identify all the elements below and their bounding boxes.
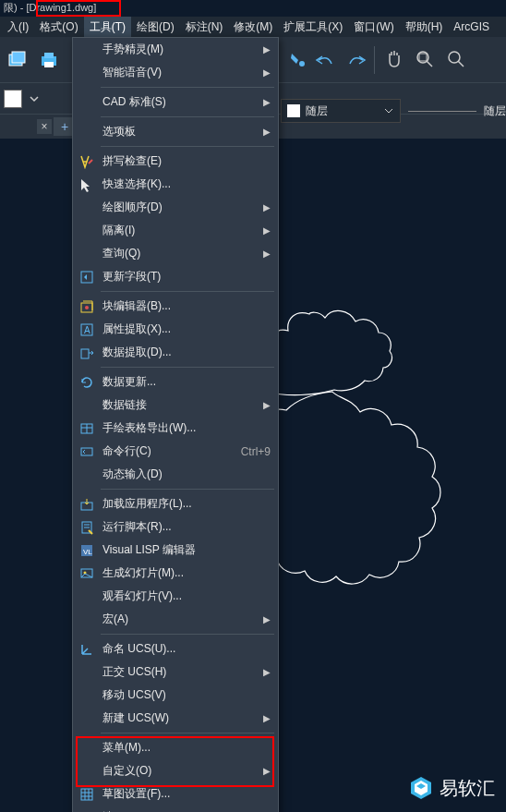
blank-icon bbox=[77, 588, 97, 606]
menu-item[interactable]: 命名 UCS(U)... bbox=[73, 637, 278, 661]
menu-item[interactable]: CAD 标准(S)▶ bbox=[73, 91, 278, 114]
menu-item[interactable]: 标注(N) bbox=[180, 17, 229, 38]
dataext-icon bbox=[77, 344, 97, 362]
menu-item[interactable]: 扩展工具(X) bbox=[278, 17, 348, 38]
view-controls bbox=[280, 37, 506, 83]
menu-separator bbox=[101, 87, 274, 88]
menu-item[interactable]: 帮助(H) bbox=[400, 17, 449, 38]
linetype-label: 随层 bbox=[484, 103, 506, 119]
menu-item[interactable]: 生成幻灯片(M)... bbox=[73, 562, 278, 585]
menu-item-label: CAD 标准(S) bbox=[102, 94, 271, 110]
layer-selector-area: 随层 随层 bbox=[281, 83, 506, 139]
menu-item[interactable]: 运行脚本(R)... bbox=[73, 515, 278, 539]
menu-item[interactable]: 移动 UCS(V) bbox=[73, 684, 278, 707]
menu-item[interactable]: 正交 UCS(H)▶ bbox=[73, 661, 278, 684]
menu-item-label: 智能语音(V) bbox=[102, 65, 271, 80]
zoom-extents-icon[interactable] bbox=[414, 48, 438, 72]
svg-rect-4 bbox=[44, 62, 54, 67]
svg-line-7 bbox=[427, 61, 432, 67]
menu-item-label: 快速选择(K)... bbox=[102, 176, 271, 192]
undo-icon[interactable] bbox=[315, 53, 337, 67]
blank-icon bbox=[77, 663, 97, 682]
menu-item-label: 隔离(I) bbox=[102, 223, 271, 238]
menu-item[interactable]: 绘图顺序(D)▶ bbox=[73, 196, 278, 219]
menu-item[interactable]: 更新字段(T) bbox=[73, 265, 278, 288]
menu-item[interactable]: 智能语音(V)▶ bbox=[73, 61, 278, 84]
refresh-icon bbox=[77, 373, 97, 392]
menu-item[interactable]: 数据链接▶ bbox=[73, 394, 278, 417]
redo-icon[interactable] bbox=[344, 53, 367, 67]
blank-icon bbox=[77, 611, 97, 629]
pan-icon[interactable] bbox=[382, 48, 406, 72]
menu-item[interactable]: 选项板▶ bbox=[73, 120, 278, 143]
menu-item[interactable]: 格式(O) bbox=[34, 17, 83, 38]
menu-item[interactable]: 快速选择(K)... bbox=[73, 173, 278, 196]
blank-icon bbox=[77, 396, 97, 415]
table-icon bbox=[77, 419, 97, 438]
spell-icon bbox=[77, 152, 97, 171]
paint-icon[interactable] bbox=[289, 51, 307, 69]
menu-item-label: 绘图顺序(D) bbox=[102, 200, 271, 215]
zoom-icon[interactable] bbox=[445, 48, 469, 72]
menu-item[interactable]: 命令行(C)Ctrl+9 bbox=[73, 440, 278, 463]
script-icon bbox=[77, 518, 97, 537]
blank-icon bbox=[77, 709, 97, 728]
menu-item-label: 生成幻灯片(M)... bbox=[102, 565, 271, 581]
menu-item-label: 加载应用程序(L)... bbox=[102, 496, 271, 512]
menu-item[interactable]: 数据更新... bbox=[73, 370, 278, 394]
blank-icon bbox=[77, 123, 97, 141]
menu-item-label: 块编辑器(B)... bbox=[102, 298, 271, 314]
tools-menu: 手势精灵(M)▶智能语音(V)▶CAD 标准(S)▶选项板▶拼写检查(E)快速选… bbox=[72, 37, 279, 812]
menu-item[interactable]: 查询(Q)▶ bbox=[73, 242, 278, 265]
menu-item[interactable]: A属性提取(X)... bbox=[73, 318, 278, 341]
menu-item[interactable]: 入(I) bbox=[2, 17, 34, 38]
menu-item[interactable]: 块编辑器(B)... bbox=[73, 295, 278, 318]
menu-item[interactable]: 工具(T) bbox=[84, 17, 131, 38]
block-icon bbox=[77, 297, 97, 316]
watermark: 易软汇 bbox=[408, 775, 495, 801]
menu-item[interactable]: ArcGIS bbox=[448, 18, 495, 36]
submenu-arrow-icon: ▶ bbox=[263, 97, 271, 107]
watermark-text: 易软汇 bbox=[440, 776, 495, 801]
ucs-icon bbox=[77, 640, 97, 659]
svg-text:A: A bbox=[84, 325, 90, 335]
blank-icon bbox=[77, 686, 97, 705]
menu-item[interactable]: 窗口(W) bbox=[348, 17, 399, 38]
menu-item[interactable]: 动态输入(D) bbox=[73, 463, 278, 486]
menu-item-label: 手势精灵(M) bbox=[102, 42, 271, 57]
chevron-down-icon[interactable] bbox=[28, 92, 41, 105]
menu-item[interactable]: 拼写检查(E) bbox=[73, 150, 278, 173]
menu-item[interactable]: 手绘表格导出(W)... bbox=[73, 417, 278, 440]
submenu-arrow-icon: ▶ bbox=[263, 713, 271, 723]
menu-item-label: 命令行(C) bbox=[102, 443, 234, 459]
menu-item-label: 新建 UCS(W) bbox=[102, 710, 271, 726]
menu-item[interactable]: 隔离(I)▶ bbox=[73, 219, 278, 242]
blank-icon bbox=[77, 245, 97, 263]
menu-item-label: 运行脚本(R)... bbox=[102, 519, 271, 535]
menu-item[interactable]: 新建 UCS(W)▶ bbox=[73, 707, 278, 730]
menu-item[interactable]: 草图设置(F)... bbox=[73, 782, 278, 806]
menu-item[interactable]: 宏(A)▶ bbox=[73, 608, 278, 631]
layers-icon[interactable] bbox=[4, 45, 31, 75]
menu-item[interactable]: 自定义(O)▶ bbox=[73, 759, 278, 782]
menu-item[interactable]: 手势精灵(M)▶ bbox=[73, 38, 278, 61]
menu-item[interactable]: 修改(M) bbox=[228, 17, 278, 38]
menu-separator bbox=[101, 116, 274, 117]
menu-item[interactable]: 菜单(M)... bbox=[73, 736, 278, 759]
submenu-arrow-icon: ▶ bbox=[263, 667, 271, 677]
menu-item[interactable]: 绘图(D) bbox=[131, 17, 180, 38]
menu-item[interactable]: 加载应用程序(L)... bbox=[73, 492, 278, 515]
svg-rect-1 bbox=[12, 52, 25, 63]
menu-item[interactable]: 选项(N)... bbox=[73, 806, 278, 812]
menu-separator bbox=[101, 489, 274, 490]
menu-bar: 入(I)格式(O)工具(T)绘图(D)标注(N)修改(M)扩展工具(X)窗口(W… bbox=[0, 17, 506, 37]
tab-close-button[interactable]: × bbox=[37, 119, 52, 134]
layer-dropdown[interactable]: 随层 bbox=[281, 99, 401, 123]
print-icon[interactable] bbox=[35, 45, 63, 75]
menu-item[interactable]: VLVisual LISP 编辑器 bbox=[73, 539, 278, 562]
menu-item[interactable]: 数据提取(D)... bbox=[73, 341, 278, 364]
submenu-arrow-icon: ▶ bbox=[263, 202, 271, 212]
menu-item-label: 选项板 bbox=[102, 124, 271, 139]
menu-item[interactable]: 观看幻灯片(V)... bbox=[73, 585, 278, 608]
color-swatch[interactable] bbox=[4, 90, 22, 108]
